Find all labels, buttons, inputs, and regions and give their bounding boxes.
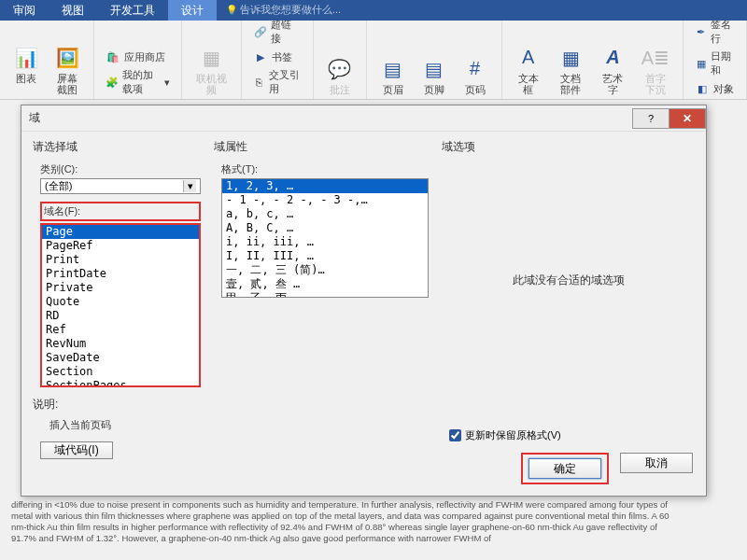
preserve-format-checkbox[interactable]: 更新时保留原格式(V) — [449, 428, 695, 442]
textbox-button[interactable]: A文本框 — [510, 43, 547, 97]
close-button[interactable]: ✕ — [669, 108, 706, 129]
ok-button[interactable]: 确定 — [529, 458, 601, 479]
parts-icon: ▦ — [557, 45, 584, 71]
format-item[interactable]: 壹, 贰, 叁 … — [222, 277, 428, 291]
chart-icon: 📊 — [13, 45, 39, 71]
crossref-button[interactable]: ⎘交叉引用 — [249, 67, 305, 97]
help-icon: ? — [648, 113, 654, 124]
ok-highlight: 确定 — [521, 453, 609, 484]
screenshot-button[interactable]: 🖼️屏幕截图 — [49, 43, 86, 97]
bookmark-icon: ▶ — [253, 49, 268, 64]
background-doc-text: differing in <10% due to noise present i… — [11, 499, 684, 544]
chevron-down-icon: ▾ — [183, 180, 196, 192]
comment-button[interactable]: 💬批注 — [321, 54, 359, 97]
fieldname-label: 域名(F): — [40, 202, 201, 221]
description-label: 说明: — [33, 397, 201, 413]
options-empty-text: 此域没有合适的域选项 — [442, 273, 695, 288]
pagenum-icon: # — [462, 56, 488, 82]
object-icon: ◧ — [695, 81, 710, 96]
properties-label: 域属性 — [214, 139, 429, 155]
signature-button[interactable]: ✒签名行 — [691, 17, 739, 47]
textbox-icon: A — [515, 45, 542, 71]
chart-button[interactable]: 📊图表 — [7, 43, 45, 97]
signature-icon: ✒ — [695, 24, 707, 39]
store-icon: 🛍️ — [106, 49, 120, 64]
addins-icon: 🧩 — [106, 75, 119, 90]
crossref-icon: ⎘ — [253, 75, 265, 90]
video-icon: ▦ — [199, 45, 225, 71]
pagenum-button[interactable]: #页码 — [457, 54, 494, 97]
description-text: 插入当前页码 — [49, 418, 201, 432]
tab-review[interactable]: 审阅 — [0, 0, 49, 21]
format-item[interactable]: A, B, C, … — [222, 221, 428, 235]
bookmark-button[interactable]: ▶书签 — [249, 49, 305, 65]
preserve-label: 更新时保留原格式(V) — [465, 428, 561, 442]
tab-view[interactable]: 视图 — [49, 0, 97, 21]
format-label: 格式(T): — [221, 162, 429, 176]
cancel-button[interactable]: 取消 — [620, 453, 693, 473]
field-item[interactable]: PrintDate — [42, 267, 199, 281]
category-label: 类别(C): — [40, 162, 201, 176]
dialog-titlebar: 域 ? ✕ — [21, 105, 706, 132]
format-list[interactable]: 1, 2, 3, …- 1 -, - 2 -, - 3 -,…a, b, c, … — [221, 178, 429, 298]
footer-icon: ▤ — [421, 56, 447, 82]
format-item[interactable]: i, ii, iii, … — [222, 235, 428, 249]
object-button[interactable]: ◧对象 — [691, 80, 739, 97]
field-item[interactable]: PageRef — [42, 239, 199, 253]
field-dialog: 域 ? ✕ 请选择域 类别(C): (全部) ▾ 域名(F): PagePage… — [21, 105, 707, 497]
addins-button[interactable]: 🧩我的加载项 ▾ — [102, 67, 174, 97]
help-button[interactable]: ? — [632, 108, 669, 129]
format-item[interactable]: 一, 二, 三 (简)… — [222, 263, 428, 277]
close-icon: ✕ — [683, 112, 692, 125]
field-item[interactable]: Private — [42, 281, 199, 295]
hyperlink-button[interactable]: 🔗超链接 — [249, 17, 305, 47]
dropcap-button[interactable]: A≣首字下沉 — [635, 43, 675, 97]
category-combo[interactable]: (全部) ▾ — [40, 178, 201, 194]
ribbon-body: 📊图表 🖼️屏幕截图 🛍️应用商店 🧩我的加载项 ▾ ▦联机视频 🔗超链接 ▶书… — [0, 21, 747, 100]
field-item[interactable]: Section — [42, 365, 199, 379]
store-button[interactable]: 🛍️应用商店 — [102, 49, 174, 65]
field-item[interactable]: SaveDate — [42, 351, 199, 365]
header-icon: ▤ — [380, 56, 406, 82]
format-item[interactable]: I, II, III, … — [222, 249, 428, 263]
header-button[interactable]: ▤页眉 — [374, 54, 412, 97]
field-item[interactable]: RevNum — [42, 337, 199, 351]
online-video-button[interactable]: ▦联机视频 — [190, 43, 233, 97]
category-value: (全部) — [45, 179, 72, 193]
wordart-button[interactable]: A艺术字 — [594, 43, 631, 97]
format-item[interactable]: 甲, 乙, 丙 … — [222, 291, 428, 297]
select-field-label: 请选择域 — [33, 139, 201, 155]
format-item[interactable]: a, b, c, … — [222, 207, 428, 221]
format-item[interactable]: 1, 2, 3, … — [222, 179, 428, 193]
tab-design[interactable]: 设计 — [168, 0, 217, 21]
field-item[interactable]: Ref — [42, 323, 199, 337]
fieldname-list[interactable]: PagePageRefPrintPrintDatePrivateQuoteRDR… — [40, 223, 201, 387]
field-item[interactable]: Page — [42, 225, 199, 239]
tab-devtools[interactable]: 开发工具 — [97, 0, 168, 21]
format-item[interactable]: - 1 -, - 2 -, - 3 -,… — [222, 193, 428, 207]
date-icon: ▦ — [695, 56, 707, 71]
options-label: 域选项 — [442, 139, 695, 155]
screenshot-icon: 🖼️ — [54, 45, 80, 71]
field-item[interactable]: Print — [42, 253, 199, 267]
preserve-checkbox-input[interactable] — [449, 429, 461, 441]
comment-icon: 💬 — [327, 56, 353, 82]
field-item[interactable]: SectionPages — [42, 379, 199, 385]
field-item[interactable]: RD — [42, 309, 199, 323]
link-icon: 🔗 — [253, 24, 268, 39]
field-item[interactable]: Quote — [42, 295, 199, 309]
quickparts-button[interactable]: ▦文档部件 — [551, 43, 591, 97]
datetime-button[interactable]: ▦日期和 — [691, 49, 739, 78]
field-code-button[interactable]: 域代码(I) — [40, 441, 113, 459]
wordart-icon: A — [599, 45, 626, 71]
dialog-title: 域 — [29, 110, 40, 126]
footer-button[interactable]: ▤页脚 — [416, 54, 453, 97]
ribbon-tabs: 审阅 视图 开发工具 设计 告诉我您想要做什么... — [0, 0, 747, 21]
dropcap-icon: A≣ — [642, 45, 669, 71]
